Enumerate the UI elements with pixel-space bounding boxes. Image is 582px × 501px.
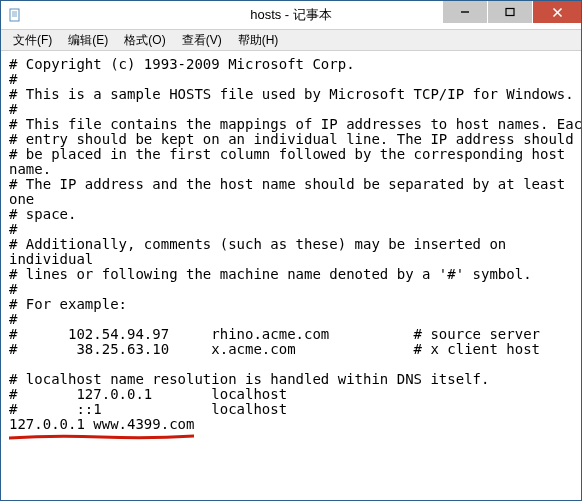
menu-help[interactable]: 帮助(H) <box>230 30 287 51</box>
annotation-underline <box>9 434 194 441</box>
menubar: 文件(F) 编辑(E) 格式(O) 查看(V) 帮助(H) <box>1 29 581 51</box>
close-button[interactable] <box>533 1 581 23</box>
window-controls <box>443 1 581 29</box>
text-area[interactable]: # Copyright (c) 1993-2009 Microsoft Corp… <box>1 51 581 500</box>
menu-file[interactable]: 文件(F) <box>5 30 60 51</box>
svg-rect-5 <box>506 9 514 16</box>
titlebar[interactable]: hosts - 记事本 <box>1 1 581 29</box>
minimize-button[interactable] <box>443 1 487 23</box>
svg-rect-0 <box>10 9 19 21</box>
notepad-window: hosts - 记事本 文件(F) 编辑(E) 格式(O) 查看(V) 帮助(H… <box>0 0 582 501</box>
maximize-button[interactable] <box>488 1 532 23</box>
menu-edit[interactable]: 编辑(E) <box>60 30 116 51</box>
window-title: hosts - 记事本 <box>250 6 332 24</box>
app-icon <box>7 7 23 23</box>
menu-view[interactable]: 查看(V) <box>174 30 230 51</box>
menu-format[interactable]: 格式(O) <box>116 30 173 51</box>
file-content: # Copyright (c) 1993-2009 Microsoft Corp… <box>9 56 581 432</box>
